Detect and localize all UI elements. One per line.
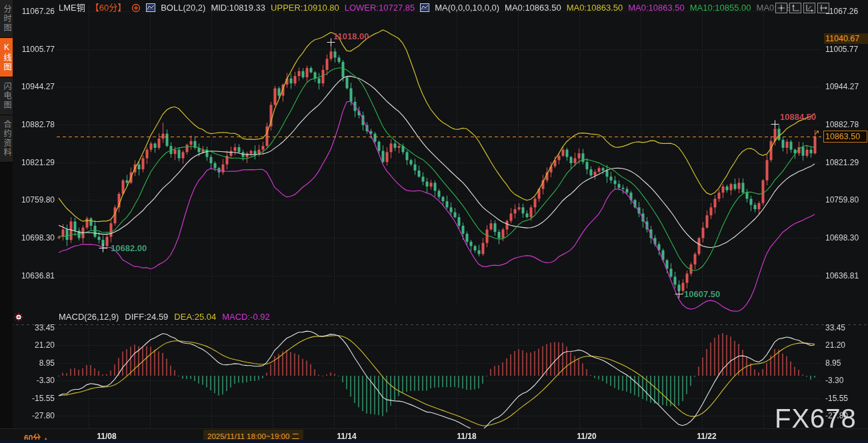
price-extreme-label: 11018.00 [333,31,369,41]
boll-upper-value: UPPER:10910.80 [271,2,339,13]
chart-toolbar [775,3,829,13]
main-y-axis-label-right: 11005.77 [825,45,865,54]
bottom-strip [0,440,868,443]
price-up-arrow-icon: ↗ [813,129,819,137]
macd-y-axis-label-left: -27.80 [17,411,55,420]
macd-settings-icon[interactable] [14,312,23,324]
ma-chart-icon[interactable] [420,3,429,12]
macd-y-axis-label-left: 21.20 [17,340,55,350]
macd-diff-value: DIFF:24.59 [125,312,168,322]
watermark: FX678 [775,404,857,434]
sidebar-tab-timeshare[interactable]: 分时图 [0,0,13,38]
period-label[interactable]: 【60分】 [91,2,126,13]
macd-header: MACD(26,12,9) DIFF:24.59 DEA:25.04 MACD:… [59,312,270,322]
last-price-badge: 10863.50 [823,131,867,143]
sidebar-tab-lightning[interactable]: 闪电图 [0,77,13,115]
chart-canvas[interactable] [0,0,868,443]
main-y-axis-label-right: 10821.29 [825,158,865,167]
price-extreme-label: 10682.00 [111,243,147,253]
main-y-axis-label-right: 10698.30 [825,233,865,242]
macd-y-axis-label-left: -15.55 [17,394,55,403]
sidebar: 分时图 K线图 闪电图 合约资料 [0,0,13,443]
ma0-magenta-value: MA0:10863.50 [628,2,685,13]
main-y-axis-label-left: 10944.27 [17,82,55,91]
main-y-axis-label-left: 10882.78 [17,120,55,129]
main-y-axis-label-right: 10636.81 [825,271,865,280]
boll-chart-icon[interactable] [146,3,155,12]
boll-lower-value: LOWER:10727.85 [345,2,415,13]
macd-params-label: MACD(26,12,9) [59,312,119,322]
main-y-axis-label-left: 10636.81 [17,271,55,280]
macd-dea-value: DEA:25.04 [174,312,216,322]
macd-y-axis-label-right: 21.20 [825,340,865,350]
x-axis-scale-icon[interactable] [803,3,815,13]
main-y-axis-label-left: 11005.77 [17,45,55,54]
indicator-header: LME铜 【60分】 BOLL(20,2) MID:10819.33 UPPER… [59,2,791,13]
ma10-value: MA10:10855.00 [690,2,751,13]
macd-y-axis-label-right: -15.55 [825,394,865,403]
main-y-axis-label-left: 10821.29 [17,158,55,167]
ma0-white-value: MA0:10863.50 [505,2,561,13]
expand-circle-icon[interactable] [131,3,141,12]
main-y-axis-label-right: 10759.80 [825,195,865,205]
price-extreme-label: 10607.50 [684,289,720,299]
main-y-axis-label-right: 10882.78 [825,120,865,129]
sidebar-tab-contract-info[interactable]: 合约资料 [0,115,13,163]
sidebar-tab-kline[interactable]: K线图 [0,38,13,77]
boll-mid-value: MID:10819.33 [211,2,265,13]
main-y-axis-label-right: 10944.27 [825,82,865,91]
main-y-axis-label-left: 11067.26 [17,7,55,16]
ma-params-label: MA(0,0,0,10,0,0) [435,2,499,13]
macd-y-axis-label-right: 33.45 [825,323,865,332]
symbol-label: LME铜 [59,2,85,13]
macd-y-axis-label-right: -3.30 [825,376,865,385]
macd-y-axis-label-left: 8.95 [17,358,55,368]
macd-y-axis-label-right: 8.95 [825,358,865,368]
y-axis-scale-icon[interactable] [789,3,801,13]
time-axis-bar [0,428,868,440]
boll-label: BOLL(20,2) [161,2,205,13]
main-y-axis-label-right: 11067.26 [825,7,865,16]
move-crosshair-icon[interactable] [775,3,787,13]
pan-right-icon[interactable] [817,3,829,13]
session-high-price-badge: 11040.67 [824,33,868,44]
macd-value: MACD:-0.92 [222,312,270,322]
price-extreme-label: 10884.50 [780,112,816,122]
kline-chart-app: 分时图 K线图 闪电图 合约资料 LME铜 【60分】 BOLL(20,2) M… [0,0,868,443]
ma0-yellow-value: MA0:10863.50 [567,2,623,13]
main-y-axis-label-left: 10759.80 [17,195,55,205]
main-y-axis-label-left: 10698.30 [17,233,55,242]
macd-y-axis-label-left: -3.30 [17,376,55,385]
